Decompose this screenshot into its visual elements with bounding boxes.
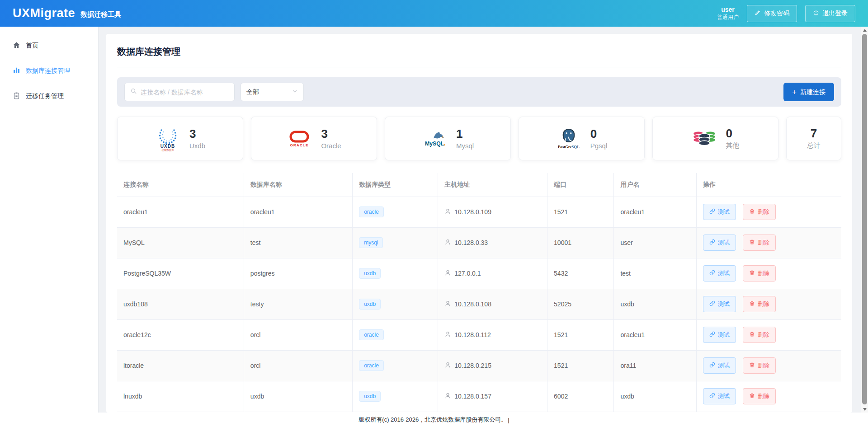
search-icon bbox=[130, 88, 137, 96]
port: 1521 bbox=[554, 208, 568, 216]
col-database-type: 数据库类型 bbox=[353, 173, 438, 197]
link-icon bbox=[709, 239, 715, 246]
vertical-scrollbar[interactable] bbox=[861, 27, 868, 413]
col-host-address: 主机地址 bbox=[438, 173, 547, 197]
username-cell: uxdb bbox=[620, 300, 634, 308]
username: user bbox=[717, 6, 739, 14]
stat-count: 1 bbox=[456, 127, 474, 141]
delete-button[interactable]: 删除 bbox=[743, 235, 776, 251]
col-connection-name: 连接名称 bbox=[117, 173, 244, 197]
search-box[interactable] bbox=[124, 83, 235, 101]
copyright-text: 版权所有(c) 2016-2026，北京优炫数据库股份有限公司。 bbox=[359, 416, 507, 424]
host-address: 127.0.0.1 bbox=[454, 270, 481, 277]
sidebar-item-home[interactable]: 首页 bbox=[0, 33, 98, 58]
uxdb-logo-icon: UXDB 优炫数据库 bbox=[155, 126, 180, 151]
test-button[interactable]: 测试 bbox=[703, 265, 736, 282]
main-content: 数据库连接管理 全部 + 新建连接 bbox=[99, 27, 868, 413]
test-button[interactable]: 测试 bbox=[703, 235, 736, 251]
col-actions: 操作 bbox=[697, 173, 841, 197]
link-icon bbox=[709, 362, 715, 369]
search-input[interactable] bbox=[141, 89, 229, 96]
footer: 版权所有(c) 2016-2026，北京优炫数据库股份有限公司。 | bbox=[0, 413, 868, 427]
test-button[interactable]: 测试 bbox=[703, 204, 736, 220]
username-cell: oracleu1 bbox=[620, 208, 645, 216]
test-button[interactable]: 测试 bbox=[703, 388, 736, 404]
host-address: 10.128.0.109 bbox=[454, 208, 491, 216]
stat-label: Mysql bbox=[456, 142, 474, 150]
host-address: 10.128.0.215 bbox=[454, 362, 491, 369]
stat-card-uxdb: UXDB 优炫数据库 3 Uxdb bbox=[117, 117, 243, 160]
delete-button[interactable]: 删除 bbox=[743, 388, 776, 404]
link-icon bbox=[709, 270, 715, 277]
home-icon bbox=[13, 41, 20, 50]
scroll-down-arrow[interactable] bbox=[861, 406, 868, 413]
connection-name: uxdb108 bbox=[123, 300, 148, 308]
database-name: orcl bbox=[250, 362, 261, 369]
db-type-badge: uxdb bbox=[359, 391, 381, 402]
stat-card-other: 0 其他 bbox=[652, 117, 778, 160]
app-logo: UXMigrate bbox=[13, 6, 75, 20]
test-button[interactable]: 测试 bbox=[703, 327, 736, 343]
host-address: 10.128.0.33 bbox=[454, 239, 488, 246]
user-info: user 普通用户 bbox=[717, 6, 739, 21]
database-name: postgres bbox=[250, 270, 275, 277]
delete-button[interactable]: 删除 bbox=[743, 265, 776, 282]
connection-name: lnuxdb bbox=[123, 393, 142, 400]
table-header-row: 连接名称 数据库名称 数据库类型 主机地址 端口 用户名 操作 bbox=[117, 173, 841, 197]
link-icon bbox=[709, 208, 715, 216]
user-role: 普通用户 bbox=[717, 14, 739, 21]
stat-card-pgsql: PostGreSQL 0 Pgsql bbox=[519, 117, 645, 160]
host-icon bbox=[444, 239, 451, 247]
scroll-up-arrow[interactable] bbox=[861, 27, 868, 33]
table-row: PostgreSQL35W postgres uxdb 127.0.0.1 54… bbox=[117, 258, 841, 289]
host-icon bbox=[444, 392, 451, 400]
scrollbar-thumb[interactable] bbox=[862, 34, 867, 404]
svg-text:PostGreSQL: PostGreSQL bbox=[558, 145, 580, 149]
svg-text:ORACLE: ORACLE bbox=[290, 143, 309, 147]
pencil-icon bbox=[755, 9, 761, 17]
stat-count: 7 bbox=[811, 127, 817, 141]
host-address: 10.128.0.108 bbox=[454, 300, 491, 308]
link-icon bbox=[709, 300, 715, 308]
sidebar-item-db-connections[interactable]: 数据库连接管理 bbox=[0, 58, 98, 84]
host-address: 10.128.0.157 bbox=[454, 393, 491, 400]
svg-text:UXDB: UXDB bbox=[160, 144, 175, 149]
port: 6002 bbox=[554, 393, 568, 400]
mysql-logo-icon: MySQL bbox=[422, 126, 447, 151]
db-type-select[interactable]: 全部 bbox=[241, 83, 304, 101]
host-address: 10.128.0.112 bbox=[454, 331, 491, 338]
trash-icon bbox=[749, 300, 755, 308]
table-row: MySQL test mysql 10.128.0.33 10001 user … bbox=[117, 227, 841, 258]
page-title: 数据库连接管理 bbox=[117, 46, 841, 58]
username-cell: test bbox=[620, 270, 631, 277]
delete-button[interactable]: 删除 bbox=[743, 204, 776, 220]
db-type-badge: oracle bbox=[359, 329, 384, 340]
database-name: test bbox=[250, 239, 261, 246]
chevron-down-icon bbox=[292, 88, 298, 96]
delete-button[interactable]: 删除 bbox=[743, 357, 776, 374]
delete-button[interactable]: 删除 bbox=[743, 296, 776, 312]
test-button[interactable]: 测试 bbox=[703, 357, 736, 374]
port: 1521 bbox=[554, 362, 568, 369]
stat-card-total: 7 总计 bbox=[786, 117, 841, 160]
link-icon bbox=[709, 331, 715, 338]
logout-button[interactable]: 退出登录 bbox=[805, 5, 855, 22]
trash-icon bbox=[749, 331, 755, 338]
col-port: 端口 bbox=[547, 173, 614, 197]
link-icon bbox=[709, 393, 715, 400]
new-connection-button[interactable]: + 新建连接 bbox=[783, 83, 834, 101]
stat-count: 3 bbox=[321, 127, 341, 141]
change-password-button[interactable]: 修改密码 bbox=[747, 5, 797, 22]
test-button[interactable]: 测试 bbox=[703, 296, 736, 312]
db-type-badge: uxdb bbox=[359, 299, 381, 310]
delete-button[interactable]: 删除 bbox=[743, 327, 776, 343]
trash-icon bbox=[749, 393, 755, 400]
stat-label: Oracle bbox=[321, 142, 341, 150]
stat-label: Uxdb bbox=[189, 142, 205, 150]
postgresql-logo-icon: PostGreSQL bbox=[556, 126, 581, 151]
col-database-name: 数据库名称 bbox=[244, 173, 352, 197]
sidebar-item-migration-tasks[interactable]: 迁移任务管理 bbox=[0, 84, 98, 109]
connections-table: 连接名称 数据库名称 数据库类型 主机地址 端口 用户名 操作 oracleu1… bbox=[117, 173, 841, 412]
username-cell: user bbox=[620, 239, 632, 246]
connection-name: ltoracle bbox=[123, 362, 144, 369]
